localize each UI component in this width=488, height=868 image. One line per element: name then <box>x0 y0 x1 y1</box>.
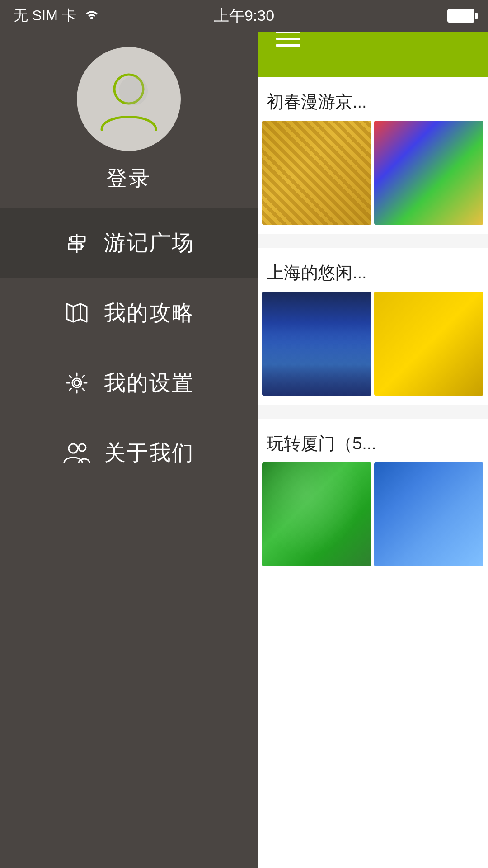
avatar-icon <box>77 47 181 151</box>
article-images <box>258 121 488 225</box>
article-item[interactable]: 上海的悠闲... <box>258 248 488 405</box>
article-list: 初春漫游京... 上海的悠闲... 玩转厦门（5... <box>258 77 488 576</box>
svg-point-1 <box>119 76 148 105</box>
article-thumb-colorful <box>374 121 483 225</box>
article-images <box>258 462 488 566</box>
article-title: 玩转厦门（5... <box>258 428 488 462</box>
article-item[interactable]: 玩转厦门（5... <box>258 419 488 576</box>
article-thumb-shanghai <box>262 292 371 396</box>
wifi-icon <box>84 8 100 24</box>
article-thumb-green <box>262 462 371 566</box>
hamburger-line-3 <box>276 44 300 47</box>
login-button[interactable]: 登录 <box>106 165 151 193</box>
article-item[interactable]: 初春漫游京... <box>258 77 488 234</box>
status-left: 无 SIM 卡 <box>14 6 100 26</box>
article-thumb-yellow <box>374 292 483 396</box>
svg-point-12 <box>69 444 78 453</box>
sidebar-label-travel-square: 游记广场 <box>104 228 194 257</box>
status-time: 上午9:30 <box>214 5 274 26</box>
svg-marker-6 <box>81 244 84 249</box>
article-spacer <box>258 405 488 419</box>
gear-icon <box>63 370 90 396</box>
carrier-text: 无 SIM 卡 <box>14 6 76 26</box>
article-spacer <box>258 234 488 248</box>
svg-rect-5 <box>69 244 81 249</box>
map-icon <box>63 300 90 326</box>
article-title: 初春漫游京... <box>258 86 488 121</box>
sidebar-item-travel-square[interactable]: 游记广场 <box>0 208 258 278</box>
battery-icon <box>447 9 474 23</box>
right-panel: 初春漫游京... 上海的悠闲... 玩转厦门（5... <box>258 0 488 868</box>
compass-icon <box>63 230 90 255</box>
svg-rect-3 <box>71 236 85 242</box>
svg-marker-7 <box>67 304 87 322</box>
sidebar-label-my-strategy: 我的攻略 <box>104 298 194 327</box>
sidebar-label-about-us: 关于我们 <box>104 439 194 467</box>
status-bar: 无 SIM 卡 上午9:30 <box>0 0 488 32</box>
svg-point-11 <box>74 380 80 386</box>
article-thumb-rope <box>262 121 371 225</box>
hamburger-line-2 <box>276 38 300 40</box>
sidebar-label-my-settings: 我的设置 <box>104 368 194 397</box>
svg-point-13 <box>79 444 86 451</box>
sidebar-item-about-us[interactable]: 关于我们 <box>0 418 258 488</box>
avatar[interactable] <box>77 47 181 151</box>
sidebar: 登录 游记广场 我的攻略 <box>0 0 258 868</box>
sidebar-item-my-settings[interactable]: 我的设置 <box>0 348 258 418</box>
sidebar-item-my-strategy[interactable]: 我的攻略 <box>0 278 258 348</box>
article-title: 上海的悠闲... <box>258 257 488 292</box>
article-thumb-blue-wave <box>374 462 483 566</box>
people-icon <box>63 440 90 466</box>
status-right <box>447 9 474 23</box>
article-images <box>258 292 488 396</box>
hamburger-menu-button[interactable] <box>276 31 300 47</box>
